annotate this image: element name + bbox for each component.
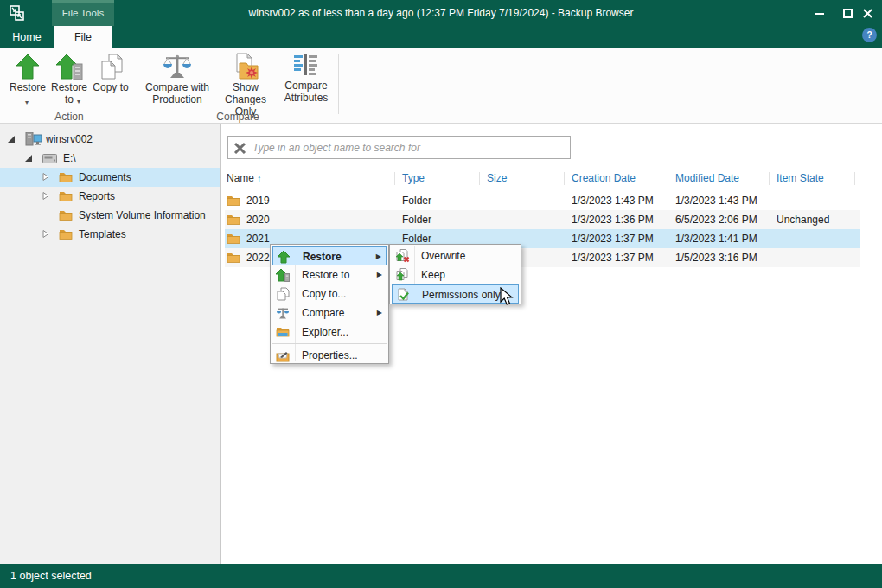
navigation-tree: winsrv002 E:\ Documents Reports (0, 124, 221, 564)
folder-icon (59, 190, 73, 201)
tree-item-templates[interactable]: Templates (0, 225, 220, 244)
table-row-2019[interactable]: 2019 Folder 1/3/2023 1:43 PM 1/3/2023 1:… (225, 191, 860, 210)
column-header-item-state[interactable]: Item State (777, 169, 824, 188)
table-row-2020[interactable]: 2020 Folder 1/3/2023 1:36 PM 6/5/2023 2:… (225, 210, 860, 229)
menu-item-label: Permissions only (422, 285, 501, 304)
tab-home[interactable]: Home (0, 26, 54, 48)
ribbon-separator (137, 54, 137, 114)
restore-dropdown-caret: ▾ (25, 99, 29, 106)
cell-modified-date: 1/3/2023 1:41 PM (675, 229, 757, 248)
close-icon (863, 9, 872, 18)
compare-attributes-label: Compare Attributes (278, 80, 335, 104)
collapsed-arrow-icon[interactable] (42, 173, 50, 182)
explorer-folder-icon (276, 325, 290, 339)
folder-icon (227, 214, 240, 225)
menu-item-explorer[interactable]: Explorer... (272, 323, 387, 342)
ribbon: Restore ▾ Restore to ▾ Copy to (0, 48, 882, 124)
copy-to-label: Copy to (90, 81, 131, 93)
cell-modified-date: 1/5/2023 3:16 PM (675, 248, 757, 267)
folder-icon (227, 233, 240, 244)
restore-to-label: Restore to (48, 81, 90, 105)
copy-to-button[interactable]: Copy to (90, 51, 131, 110)
ribbon-tab-row: Home File (0, 26, 882, 48)
tree-item-e-drive[interactable]: E:\ (0, 149, 220, 168)
tab-file[interactable]: File (54, 26, 112, 48)
cell-name: 2021 (246, 229, 270, 248)
cell-creation-date: 1/3/2023 1:36 PM (572, 210, 654, 229)
drive-icon (42, 154, 57, 163)
menu-item-restore[interactable]: Restore ▶ (272, 246, 387, 265)
cell-name: 2022 (246, 248, 270, 267)
restore-to-icon (276, 268, 290, 282)
menu-item-restore-to[interactable]: Restore to ▶ (272, 265, 387, 284)
menu-item-label: Keep (421, 265, 445, 284)
status-bar: 1 object selected (0, 564, 882, 588)
show-changes-only-button[interactable]: Show Changes Only (214, 51, 278, 110)
collapsed-arrow-icon[interactable] (42, 192, 50, 201)
mouse-cursor (500, 287, 515, 306)
close-button[interactable] (853, 0, 882, 26)
folder-icon (227, 252, 240, 263)
column-header-size[interactable]: Size (487, 169, 507, 188)
submenu-item-keep[interactable]: Keep (392, 265, 519, 284)
restore-button[interactable]: Restore ▾ (7, 51, 48, 110)
cell-creation-date: 1/3/2023 1:43 PM (572, 191, 654, 210)
collapsed-arrow-icon[interactable] (42, 230, 50, 239)
restore-to-button[interactable]: Restore to ▾ (48, 51, 90, 110)
menu-separator (272, 343, 387, 344)
maximize-icon (843, 9, 853, 18)
tree-item-reports[interactable]: Reports (0, 187, 220, 206)
column-header-modified-date[interactable]: Modified Date (675, 169, 739, 188)
submenu-arrow-icon: ▶ (377, 304, 382, 323)
folder-icon (59, 171, 73, 182)
cell-name: 2020 (246, 210, 270, 229)
help-button[interactable]: ? (862, 28, 877, 42)
restore-to-dropdown-caret: ▾ (77, 98, 80, 105)
menu-item-properties[interactable]: Properties... (272, 346, 387, 365)
ribbon-separator (338, 54, 339, 114)
restore-arrow-icon (277, 250, 291, 264)
title-bar: File Tools winsrv002 as of less than a d… (0, 0, 882, 26)
compare-with-production-label: Compare with Production (141, 81, 214, 105)
column-header-name[interactable]: Name↑ (227, 169, 262, 188)
menu-item-compare[interactable]: Compare ▶ (272, 304, 387, 323)
menu-item-label: Restore to (302, 265, 349, 284)
menu-item-label: Copy to... (302, 284, 346, 304)
window-title: winsrv002 as of less than a day ago (12:… (173, 7, 709, 19)
cell-type: Folder (402, 210, 431, 229)
status-text: 1 object selected (10, 570, 92, 582)
search-input[interactable] (252, 138, 564, 157)
tree-item-system-volume-information[interactable]: System Volume Information (0, 206, 220, 225)
cell-modified-date: 6/5/2023 2:06 PM (675, 210, 757, 229)
tree-item-documents[interactable]: Documents (0, 168, 220, 187)
compare-attributes-button[interactable]: Compare Attributes (278, 51, 335, 110)
cell-item-state: Unchanged (777, 210, 829, 229)
tree-item-winsrv002[interactable]: winsrv002 (0, 130, 220, 149)
overwrite-icon (395, 249, 410, 263)
tree-label: System Volume Information (79, 206, 206, 225)
expanded-arrow-icon[interactable] (24, 154, 33, 163)
menu-item-label: Properties... (302, 346, 358, 365)
minimize-button[interactable] (804, 0, 834, 26)
submenu-arrow-icon: ▶ (377, 265, 382, 284)
cell-name: 2019 (246, 191, 270, 210)
file-tools-label: File Tools (52, 8, 114, 18)
column-header-type[interactable]: Type (402, 169, 425, 188)
server-icon (25, 132, 42, 146)
menu-item-copy-to[interactable]: Copy to... (272, 284, 387, 304)
expanded-arrow-icon[interactable] (7, 135, 16, 144)
folder-icon (59, 228, 73, 240)
column-header-creation-date[interactable]: Creation Date (572, 169, 636, 188)
scales-icon (276, 306, 290, 320)
context-menu: Restore ▶ Restore to ▶ Copy to... (270, 244, 389, 364)
menu-item-label: Compare (302, 304, 344, 323)
clear-search-icon[interactable] (233, 142, 246, 155)
tree-label: winsrv002 (46, 130, 93, 149)
compare-with-production-button[interactable]: Compare with Production (141, 51, 214, 110)
minimize-icon (815, 9, 824, 17)
file-tools-accent (52, 0, 114, 3)
submenu-item-overwrite[interactable]: Overwrite (392, 246, 519, 265)
file-tools-contextual-tab[interactable]: File Tools (52, 0, 114, 26)
menu-item-label: Restore (303, 247, 342, 266)
folder-icon (59, 209, 73, 220)
